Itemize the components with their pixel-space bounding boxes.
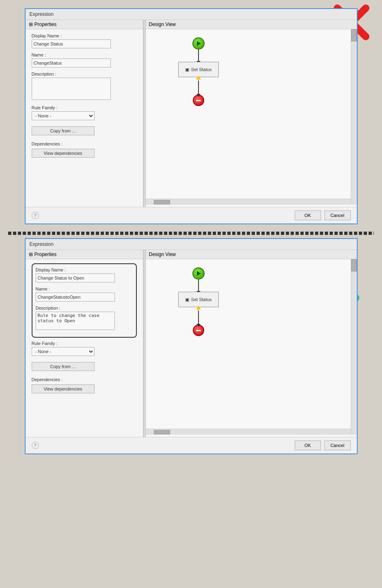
bottom-name-group: Name : (36, 286, 133, 302)
bottom-set-status-wrapper: ▣ Set Status (178, 292, 219, 307)
top-flow-arrow-2 (198, 80, 199, 95)
bottom-scrollbar-v[interactable] (351, 259, 357, 435)
top-name-label: Name : (32, 52, 137, 57)
bottom-properties-icon: ⊞ (29, 252, 33, 257)
bottom-design-panel: Design View (146, 250, 357, 437)
top-properties-tab[interactable]: ⊞ Properties (26, 20, 143, 29)
bottom-properties-content: Display Name : Name : Description : Rule… (26, 259, 143, 403)
bottom-display-name-label: Display Name : (36, 267, 133, 272)
bottom-rule-family-group: Rule Family : - None - (32, 341, 137, 356)
top-properties-icon: ⊞ (29, 22, 33, 27)
top-rule-family-label: Rule Family : (32, 105, 137, 110)
top-dialog-title-text: Expression (30, 11, 54, 17)
bottom-properties-tab-label: Properties (35, 252, 57, 257)
top-properties-tab-label: Properties (35, 22, 57, 27)
bottom-name-input[interactable] (36, 293, 115, 302)
top-dialog-title: Expression (26, 9, 357, 20)
top-rule-family-group: Rule Family : - None - (32, 105, 137, 120)
bottom-flow-play-icon (197, 271, 201, 276)
top-design-tab-label: Design View (149, 22, 176, 27)
top-flow-start (192, 37, 205, 50)
top-warning-icon (196, 76, 201, 80)
bottom-ok-button[interactable]: OK (295, 440, 321, 450)
bottom-dialog-footer: ? OK Cancel (26, 437, 357, 453)
bottom-properties-tab[interactable]: ⊞ Properties (26, 250, 143, 259)
top-node-icon: ▣ (185, 67, 189, 72)
bottom-description-textarea[interactable]: Rule to change the case status to Open (36, 312, 115, 330)
bottom-display-name-input[interactable] (36, 273, 115, 282)
bottom-design-canvas: ▣ Set Status (146, 259, 357, 435)
bottom-set-status-label: Set Status (191, 297, 212, 302)
bottom-design-tab-label: Design View (149, 252, 176, 257)
top-set-status-node: ▣ Set Status (178, 62, 219, 77)
top-properties-content: Display Name : Name : Description : (26, 29, 143, 167)
bottom-section: Expression ⊞ Properties Display Name : (8, 238, 374, 454)
bottom-description-group: Description : Rule to change the case st… (36, 306, 133, 331)
section-divider (8, 232, 374, 235)
bottom-copy-from-group: Copy from ... (32, 360, 137, 373)
top-design-panel: Design View (146, 20, 357, 207)
highlighted-fields-box: Display Name : Name : Description : Rule… (32, 263, 137, 338)
bottom-help-icon[interactable]: ? (32, 442, 39, 449)
bottom-description-label: Description : (36, 306, 133, 310)
top-set-status-wrapper: ▣ Set Status (178, 62, 219, 77)
bottom-flow-start (192, 267, 205, 280)
top-dialog-footer: ? OK Cancel (26, 207, 357, 223)
top-view-dependencies-button[interactable]: View dependencies (32, 149, 95, 158)
top-display-name-group: Display Name : (32, 33, 137, 48)
top-display-name-label: Display Name : (32, 33, 137, 38)
top-description-group: Description : (32, 72, 137, 101)
top-dependencies-group: Dependencies : View dependencies (32, 141, 137, 159)
bottom-dialog-title-text: Expression (30, 241, 54, 247)
bottom-dialog-body: ⊞ Properties Display Name : Name : (26, 250, 357, 437)
bottom-flow-end-minus (196, 330, 201, 331)
bottom-scrollbar-h[interactable] (146, 429, 351, 435)
top-flow-end-minus (196, 100, 201, 101)
top-name-input[interactable] (32, 59, 111, 67)
top-rule-family-select[interactable]: - None - (32, 111, 95, 120)
bottom-rule-family-select[interactable]: - None - (32, 347, 95, 356)
bottom-copy-from-button[interactable]: Copy from ... (32, 362, 95, 371)
bottom-rule-family-label: Rule Family : (32, 341, 137, 346)
top-display-name-input[interactable] (32, 39, 111, 48)
bottom-warning-icon (196, 306, 201, 310)
top-flow-arrow-1 (198, 50, 199, 62)
top-flow-play-icon (197, 41, 201, 46)
top-section: Expression ⊞ Properties Display Name : (8, 8, 374, 224)
top-design-canvas: ▣ Set Status (146, 29, 357, 205)
bottom-scrollbar-thumb-h[interactable] (154, 430, 170, 434)
top-description-label: Description : (32, 72, 137, 76)
top-scrollbar-thumb-v[interactable] (351, 29, 357, 41)
top-dependencies-label: Dependencies : (32, 141, 137, 146)
top-ok-button[interactable]: OK (295, 210, 321, 220)
top-description-textarea[interactable] (32, 78, 111, 100)
top-cancel-button[interactable]: Cancel (324, 210, 351, 220)
top-properties-panel: ⊞ Properties Display Name : Name : (26, 20, 143, 207)
bottom-view-dependencies-button[interactable]: View dependencies (32, 384, 95, 393)
top-design-tab[interactable]: Design View (146, 20, 357, 29)
bottom-dependencies-group: Dependencies : View dependencies (32, 377, 137, 395)
bottom-display-name-group: Display Name : (36, 267, 133, 282)
bottom-dependencies-label: Dependencies : (32, 377, 137, 382)
top-scrollbar-h[interactable] (146, 199, 351, 205)
top-help-icon[interactable]: ? (32, 212, 39, 219)
bottom-cancel-button[interactable]: Cancel (324, 440, 351, 450)
bottom-flow-arrow-2 (198, 310, 199, 325)
bottom-design-tab[interactable]: Design View (146, 250, 357, 259)
bottom-dialog: Expression ⊞ Properties Display Name : (25, 238, 358, 454)
top-scrollbar-thumb-h[interactable] (154, 200, 170, 204)
bottom-flow-arrow-1 (198, 280, 199, 292)
bottom-set-status-node: ▣ Set Status (178, 292, 219, 307)
top-copy-from-button[interactable]: Copy from ... (32, 126, 95, 135)
page-wrapper: Expression ⊞ Properties Display Name : (0, 0, 382, 588)
bottom-flow-container: ▣ Set Status (178, 267, 219, 336)
top-copy-from-group: Copy from ... (32, 124, 137, 137)
top-name-group: Name : (32, 52, 137, 67)
bottom-scrollbar-thumb-v[interactable] (351, 259, 357, 271)
top-dialog: Expression ⊞ Properties Display Name : (25, 8, 358, 224)
top-scrollbar-v[interactable] (351, 29, 357, 205)
top-set-status-label: Set Status (191, 67, 212, 72)
top-dialog-body: ⊞ Properties Display Name : Name : (26, 20, 357, 207)
bottom-properties-panel: ⊞ Properties Display Name : Name : (26, 250, 143, 437)
bottom-node-icon: ▣ (185, 297, 189, 302)
